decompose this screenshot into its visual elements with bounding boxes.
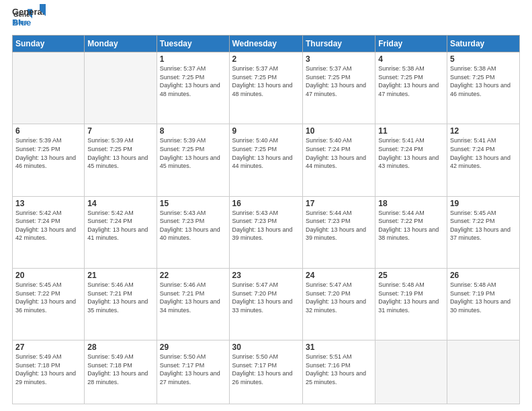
day-info: Sunrise: 5:48 AM Sunset: 7:19 PM Dayligh…: [450, 281, 517, 314]
day-number: 21: [87, 271, 153, 280]
day-number: 22: [160, 271, 226, 280]
day-cell: 23Sunrise: 5:47 AM Sunset: 7:20 PM Dayli…: [229, 268, 302, 340]
day-cell: 27Sunrise: 5:49 AM Sunset: 7:18 PM Dayli…: [13, 340, 85, 404]
day-info: Sunrise: 5:44 AM Sunset: 7:22 PM Dayligh…: [378, 209, 444, 242]
day-cell: 18Sunrise: 5:44 AM Sunset: 7:22 PM Dayli…: [375, 196, 447, 268]
day-info: Sunrise: 5:38 AM Sunset: 7:25 PM Dayligh…: [378, 64, 444, 98]
day-cell: 8Sunrise: 5:39 AM Sunset: 7:25 PM Daylig…: [157, 124, 229, 196]
page: General Blue General Blue SundayMondayTu…: [0, 0, 532, 411]
day-number: 31: [306, 342, 372, 352]
day-info: Sunrise: 5:40 AM Sunset: 7:24 PM Dayligh…: [306, 136, 372, 170]
logo: General Blue General Blue: [12, 8, 46, 30]
day-info: Sunrise: 5:41 AM Sunset: 7:24 PM Dayligh…: [450, 136, 517, 170]
day-info: Sunrise: 5:37 AM Sunset: 7:25 PM Dayligh…: [306, 64, 372, 98]
column-header-saturday: Saturday: [447, 36, 519, 52]
day-cell: 9Sunrise: 5:40 AM Sunset: 7:25 PM Daylig…: [229, 124, 302, 196]
day-number: 8: [160, 126, 226, 136]
day-info: Sunrise: 5:46 AM Sunset: 7:21 PM Dayligh…: [160, 281, 226, 314]
day-info: Sunrise: 5:49 AM Sunset: 7:18 PM Dayligh…: [15, 353, 81, 386]
week-row-2: 6Sunrise: 5:39 AM Sunset: 7:25 PM Daylig…: [13, 124, 520, 196]
day-number: 12: [450, 126, 517, 136]
day-number: 13: [15, 199, 81, 208]
column-header-friday: Friday: [375, 36, 447, 52]
day-info: Sunrise: 5:45 AM Sunset: 7:22 PM Dayligh…: [450, 209, 517, 242]
day-info: Sunrise: 5:39 AM Sunset: 7:25 PM Dayligh…: [87, 136, 153, 170]
day-info: Sunrise: 5:50 AM Sunset: 7:17 PM Dayligh…: [232, 353, 300, 386]
column-header-thursday: Thursday: [302, 36, 375, 52]
day-cell: 3Sunrise: 5:37 AM Sunset: 7:25 PM Daylig…: [302, 52, 375, 124]
day-cell: 4Sunrise: 5:38 AM Sunset: 7:25 PM Daylig…: [375, 52, 447, 124]
header: General Blue General Blue: [12, 8, 520, 30]
day-cell: [85, 52, 157, 124]
day-number: 26: [450, 271, 517, 280]
day-number: 2: [232, 54, 300, 64]
day-cell: 10Sunrise: 5:40 AM Sunset: 7:24 PM Dayli…: [302, 124, 375, 196]
calendar-table: SundayMondayTuesdayWednesdayThursdayFrid…: [12, 35, 520, 404]
day-cell: 19Sunrise: 5:45 AM Sunset: 7:22 PM Dayli…: [447, 196, 519, 268]
day-cell: 16Sunrise: 5:43 AM Sunset: 7:23 PM Dayli…: [229, 196, 302, 268]
calendar-header-row: SundayMondayTuesdayWednesdayThursdayFrid…: [13, 36, 520, 52]
day-cell: 15Sunrise: 5:43 AM Sunset: 7:23 PM Dayli…: [157, 196, 229, 268]
day-number: 15: [160, 199, 226, 208]
day-cell: 20Sunrise: 5:45 AM Sunset: 7:22 PM Dayli…: [13, 268, 85, 340]
day-info: Sunrise: 5:42 AM Sunset: 7:24 PM Dayligh…: [15, 209, 81, 242]
day-number: 29: [160, 342, 226, 352]
day-info: Sunrise: 5:37 AM Sunset: 7:25 PM Dayligh…: [160, 64, 226, 98]
day-cell: 29Sunrise: 5:50 AM Sunset: 7:17 PM Dayli…: [157, 340, 229, 404]
day-info: Sunrise: 5:50 AM Sunset: 7:17 PM Dayligh…: [160, 353, 226, 386]
day-cell: 30Sunrise: 5:50 AM Sunset: 7:17 PM Dayli…: [229, 340, 302, 404]
day-cell: [447, 340, 519, 404]
day-cell: 11Sunrise: 5:41 AM Sunset: 7:24 PM Dayli…: [375, 124, 447, 196]
day-number: 16: [232, 199, 300, 208]
day-cell: 24Sunrise: 5:47 AM Sunset: 7:20 PM Dayli…: [302, 268, 375, 340]
day-cell: 28Sunrise: 5:49 AM Sunset: 7:18 PM Dayli…: [85, 340, 157, 404]
day-number: 17: [306, 199, 372, 208]
day-number: 30: [232, 342, 300, 352]
day-cell: 21Sunrise: 5:46 AM Sunset: 7:21 PM Dayli…: [85, 268, 157, 340]
day-number: 23: [232, 271, 300, 280]
day-cell: 1Sunrise: 5:37 AM Sunset: 7:25 PM Daylig…: [157, 52, 229, 124]
day-info: Sunrise: 5:43 AM Sunset: 7:23 PM Dayligh…: [160, 209, 226, 242]
day-number: 20: [15, 271, 81, 280]
day-number: 14: [87, 199, 153, 208]
column-header-sunday: Sunday: [13, 36, 85, 52]
day-number: 10: [306, 126, 372, 136]
day-number: 1: [160, 54, 226, 64]
day-cell: 31Sunrise: 5:51 AM Sunset: 7:16 PM Dayli…: [302, 340, 375, 404]
column-header-wednesday: Wednesday: [229, 36, 302, 52]
day-info: Sunrise: 5:45 AM Sunset: 7:22 PM Dayligh…: [15, 281, 81, 314]
day-info: Sunrise: 5:37 AM Sunset: 7:25 PM Dayligh…: [232, 64, 300, 98]
column-header-monday: Monday: [85, 36, 157, 52]
day-info: Sunrise: 5:46 AM Sunset: 7:21 PM Dayligh…: [87, 281, 153, 314]
day-number: 3: [306, 54, 372, 64]
day-cell: 22Sunrise: 5:46 AM Sunset: 7:21 PM Dayli…: [157, 268, 229, 340]
day-number: 25: [378, 271, 444, 280]
day-number: 18: [378, 199, 444, 208]
day-info: Sunrise: 5:43 AM Sunset: 7:23 PM Dayligh…: [232, 209, 300, 242]
day-number: 4: [378, 54, 444, 64]
week-row-3: 13Sunrise: 5:42 AM Sunset: 7:24 PM Dayli…: [13, 196, 520, 268]
day-number: 27: [15, 342, 81, 352]
day-cell: 13Sunrise: 5:42 AM Sunset: 7:24 PM Dayli…: [13, 196, 85, 268]
day-number: 9: [232, 126, 300, 136]
day-cell: [13, 52, 85, 124]
day-number: 19: [450, 199, 517, 208]
week-row-1: 1Sunrise: 5:37 AM Sunset: 7:25 PM Daylig…: [13, 52, 520, 124]
day-cell: 6Sunrise: 5:39 AM Sunset: 7:25 PM Daylig…: [13, 124, 85, 196]
day-number: 24: [306, 271, 372, 280]
day-info: Sunrise: 5:40 AM Sunset: 7:25 PM Dayligh…: [232, 136, 300, 170]
day-info: Sunrise: 5:48 AM Sunset: 7:19 PM Dayligh…: [378, 281, 444, 314]
svg-text:Blue: Blue: [12, 17, 31, 28]
day-info: Sunrise: 5:47 AM Sunset: 7:20 PM Dayligh…: [306, 281, 372, 314]
day-info: Sunrise: 5:42 AM Sunset: 7:24 PM Dayligh…: [87, 209, 153, 242]
day-cell: 7Sunrise: 5:39 AM Sunset: 7:25 PM Daylig…: [85, 124, 157, 196]
day-info: Sunrise: 5:39 AM Sunset: 7:25 PM Dayligh…: [15, 136, 81, 170]
day-number: 6: [15, 126, 81, 136]
day-info: Sunrise: 5:49 AM Sunset: 7:18 PM Dayligh…: [87, 353, 153, 386]
day-info: Sunrise: 5:47 AM Sunset: 7:20 PM Dayligh…: [232, 281, 300, 314]
day-cell: 12Sunrise: 5:41 AM Sunset: 7:24 PM Dayli…: [447, 124, 519, 196]
day-number: 11: [378, 126, 444, 136]
day-cell: 25Sunrise: 5:48 AM Sunset: 7:19 PM Dayli…: [375, 268, 447, 340]
day-info: Sunrise: 5:38 AM Sunset: 7:25 PM Dayligh…: [450, 64, 517, 98]
week-row-4: 20Sunrise: 5:45 AM Sunset: 7:22 PM Dayli…: [13, 268, 520, 340]
